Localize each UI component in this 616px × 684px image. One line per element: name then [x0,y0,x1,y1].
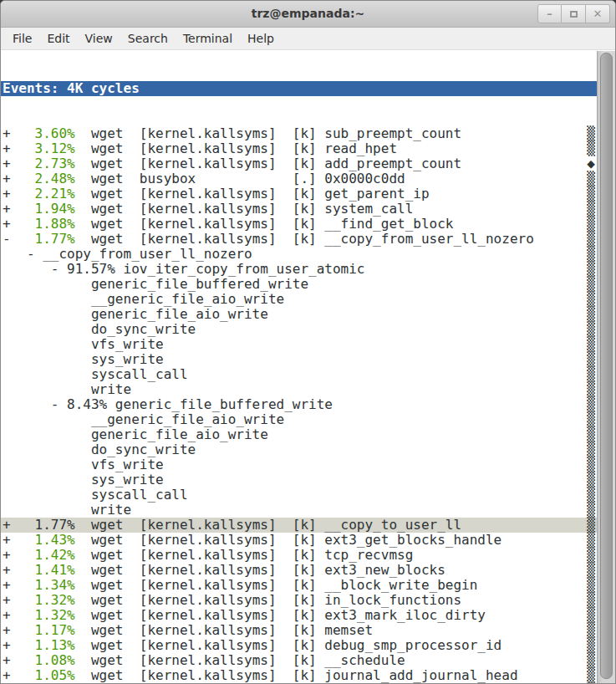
scroll-track-shade-icon: ▒ [587,367,595,382]
scroll-track-shade-icon: ▒ [587,322,595,337]
scroll-track-shade-icon: ▒ [587,578,595,593]
perf-row[interactable]: write▒ [1,503,597,518]
screen-rows: + 3.60% wget [kernel.kallsyms] [k] sub_p… [1,126,597,684]
scroll-track-shade-icon: ▒ [587,126,595,141]
perf-row[interactable]: do_sync_write▒ [1,322,597,337]
scroll-position-diamond-icon: ◆ [587,156,595,171]
scroll-track-shade-icon: ▒ [587,653,595,668]
perf-row[interactable]: + 2.48% wget busybox [.] 0x0000c0dd▒ [1,171,597,186]
menu-item-help[interactable]: Help [246,31,276,46]
perf-row[interactable]: write▒ [1,382,597,397]
scroll-track-shade-icon: ▒ [587,412,595,427]
scroll-track-shade-icon: ▒ [587,668,595,683]
perf-row[interactable]: + 1.77% wget [kernel.kallsyms] [k] __cop… [1,518,597,533]
scroll-track-shade-icon: ▒ [587,457,595,472]
perf-tui-screen[interactable]: Events: 4K cycles + 3.60% wget [kernel.k… [1,51,597,683]
perf-row[interactable]: + 1.94% wget [kernel.kallsyms] [k] syste… [1,202,597,217]
perf-row[interactable]: + 1.43% wget [kernel.kallsyms] [k] ext3_… [1,533,597,548]
perf-row[interactable]: + 1.88% wget [kernel.kallsyms] [k] __fin… [1,217,597,232]
scroll-track-shade-icon: ▒ [587,171,595,186]
scroll-track-shade-icon: ▒ [587,503,595,518]
overhead-percent: 1.17% [35,622,75,638]
scroll-track-shade-icon: ▒ [587,141,595,156]
perf-row[interactable]: sys_write▒ [1,352,597,367]
scroll-track-shade-icon: ▒ [587,427,595,442]
overhead-percent: 1.13% [35,637,75,653]
scroll-track-shade-icon: ▒ [587,232,595,247]
menu-item-edit[interactable]: Edit [45,31,71,46]
scroll-track-shade-icon: ▒ [587,533,595,548]
perf-row[interactable]: generic_file_aio_write▒ [1,307,597,322]
scroll-track-shade-icon: ▒ [587,442,595,457]
perf-row[interactable]: + 1.17% wget [kernel.kallsyms] [k] memse… [1,623,597,638]
titlebar[interactable]: trz@empanada:~ –✕ [1,1,615,28]
scroll-track-shade-icon: ▒ [587,292,595,307]
scrollbar-thumb[interactable] [600,53,613,679]
menubar: FileEditViewSearchTerminalHelp [1,28,615,50]
scroll-track-shade-icon: ▒ [587,518,595,533]
overhead-percent: 1.05% [35,667,75,683]
perf-row[interactable]: + 1.13% wget [kernel.kallsyms] [k] debug… [1,638,597,653]
perf-row[interactable]: - __copy_from_user_ll_nozero▒ [1,247,597,262]
menu-item-view[interactable]: View [84,31,115,46]
scroll-track-shade-icon: ▒ [587,623,595,638]
perf-row[interactable]: vfs_write▒ [1,457,597,472]
perf-row[interactable]: + 1.32% wget [kernel.kallsyms] [k] in_lo… [1,593,597,608]
perf-row[interactable]: - 91.57% iov_iter_copy_from_user_atomic▒ [1,262,597,277]
events-header: Events: 4K cycles [1,81,597,96]
overhead-percent: 1.08% [35,652,75,668]
overhead-percent: 1.34% [35,577,75,593]
menu-item-search[interactable]: Search [126,31,170,46]
perf-row[interactable]: + 2.21% wget [kernel.kallsyms] [k] get_p… [1,186,597,202]
scroll-track-shade-icon: ▒ [587,593,595,608]
scroll-track-shade-icon: ▒ [587,202,595,217]
perf-row[interactable]: + 1.34% wget [kernel.kallsyms] [k] __blo… [1,578,597,593]
overhead-percent: 1.32% [35,607,75,623]
perf-row[interactable]: - 1.77% wget [kernel.kallsyms] [k] __cop… [1,232,597,247]
overhead-percent: 2.48% [35,171,75,186]
window-controls: –✕ [537,4,610,23]
perf-row[interactable]: + 1.32% wget [kernel.kallsyms] [k] ext3_… [1,608,597,623]
scroll-track-shade-icon: ▒ [587,638,595,653]
scroll-track-shade-icon: ▒ [587,472,595,487]
maximize-button[interactable] [562,4,586,23]
terminal-content: Events: 4K cycles + 3.60% wget [kernel.k… [1,51,615,683]
perf-row[interactable]: vfs_write▒ [1,337,597,352]
minimize-button[interactable]: – [537,4,562,23]
menu-item-terminal[interactable]: Terminal [181,31,234,46]
perf-row[interactable]: + 1.05% wget [kernel.kallsyms] [k] journ… [1,668,597,683]
overhead-percent: 1.77% [35,231,75,247]
scroll-track-shade-icon: ▒ [587,487,595,503]
perf-row[interactable]: + 3.12% wget [kernel.kallsyms] [k] read_… [1,141,597,156]
scroll-track-shade-icon: ▒ [587,352,595,367]
scroll-track-shade-icon: ▒ [587,608,595,623]
overhead-percent: 1.41% [35,562,75,578]
terminal-scrollbar[interactable] [597,51,615,683]
minus-icon: – [547,8,552,19]
scroll-track-shade-icon: ▒ [587,262,595,277]
perf-row[interactable]: + 1.08% wget [kernel.kallsyms] [k] __sch… [1,653,597,668]
perf-row[interactable]: + 3.60% wget [kernel.kallsyms] [k] sub_p… [1,126,597,141]
perf-row[interactable]: + 1.42% wget [kernel.kallsyms] [k] tcp_r… [1,548,597,563]
scroll-track-shade-icon: ▒ [587,382,595,397]
perf-row[interactable]: + 2.73% wget [kernel.kallsyms] [k] add_p… [1,156,597,171]
overhead-percent: 3.12% [35,140,75,156]
perf-row[interactable]: __generic_file_aio_write▒ [1,412,597,427]
perf-row[interactable]: syscall_call▒ [1,367,597,382]
terminal-window: trz@empanada:~ –✕ FileEditViewSearchTerm… [0,0,616,684]
scroll-track-shade-icon: ▒ [587,247,595,262]
overhead-percent: 3.60% [35,125,75,141]
perf-row[interactable]: - 8.43% generic_file_buffered_write▒ [1,397,597,412]
perf-row[interactable]: __generic_file_aio_write▒ [1,292,597,307]
perf-row[interactable]: sys_write▒ [1,472,597,487]
perf-row[interactable]: syscall_call▒ [1,487,597,503]
window-title: trz@empanada:~ [1,7,615,20]
square-icon [570,11,578,18]
perf-row[interactable]: do_sync_write▒ [1,442,597,457]
perf-row[interactable]: generic_file_aio_write▒ [1,427,597,442]
perf-row[interactable]: generic_file_buffered_write▒ [1,277,597,292]
menu-item-file[interactable]: File [11,31,33,46]
close-button[interactable]: ✕ [586,4,610,23]
perf-row[interactable]: + 1.41% wget [kernel.kallsyms] [k] ext3_… [1,563,597,578]
scroll-track-shade-icon: ▒ [587,563,595,578]
